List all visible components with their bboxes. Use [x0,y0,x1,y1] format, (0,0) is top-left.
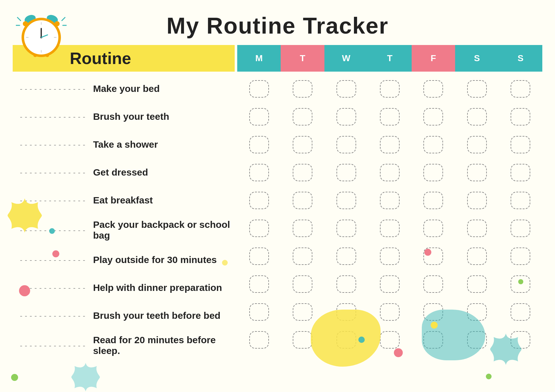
checkbox-cell[interactable] [368,329,411,351]
checkbox-cell[interactable] [281,273,324,295]
checkbox-box[interactable] [249,247,269,265]
checkbox-cell[interactable] [324,273,368,295]
checkbox-box[interactable] [511,192,530,209]
checkbox-cell[interactable] [412,245,455,267]
checkbox-box[interactable] [336,303,356,321]
checkbox-cell[interactable] [368,189,411,212]
checkbox-cell[interactable] [281,189,324,212]
checkbox-box[interactable] [380,108,400,125]
checkbox-box[interactable] [293,303,312,321]
checkbox-box[interactable] [511,247,530,265]
checkbox-cell[interactable] [412,133,455,156]
checkbox-cell[interactable] [455,301,499,323]
checkbox-cell[interactable] [499,273,542,295]
checkbox-box[interactable] [511,164,530,181]
checkbox-cell[interactable] [455,217,499,240]
checkbox-box[interactable] [380,136,400,153]
checkbox-box[interactable] [249,303,269,321]
checkbox-cell[interactable] [281,133,324,156]
checkbox-cell[interactable] [324,245,368,267]
checkbox-cell[interactable] [455,78,499,100]
checkbox-box[interactable] [467,136,487,153]
checkbox-box[interactable] [293,220,312,237]
checkbox-box[interactable] [336,136,356,153]
checkbox-cell[interactable] [281,78,324,100]
checkbox-box[interactable] [511,108,530,125]
checkbox-box[interactable] [467,303,487,321]
checkbox-box[interactable] [511,303,530,321]
checkbox-cell[interactable] [412,189,455,212]
checkbox-box[interactable] [336,275,356,293]
checkbox-cell[interactable] [237,106,281,128]
checkbox-cell[interactable] [412,106,455,128]
checkbox-cell[interactable] [412,217,455,240]
checkbox-cell[interactable] [324,106,368,128]
checkbox-box[interactable] [467,164,487,181]
checkbox-cell[interactable] [412,301,455,323]
checkbox-cell[interactable] [499,78,542,100]
checkbox-box[interactable] [423,275,443,293]
checkbox-cell[interactable] [281,106,324,128]
checkbox-cell[interactable] [237,161,281,184]
checkbox-box[interactable] [249,80,269,98]
checkbox-cell[interactable] [281,329,324,351]
checkbox-cell[interactable] [281,301,324,323]
checkbox-box[interactable] [423,80,443,98]
checkbox-box[interactable] [380,303,400,321]
checkbox-box[interactable] [380,80,400,98]
checkbox-cell[interactable] [324,78,368,100]
checkbox-box[interactable] [467,331,487,349]
checkbox-cell[interactable] [455,329,499,351]
checkbox-cell[interactable] [237,329,281,351]
checkbox-box[interactable] [423,303,443,321]
checkbox-box[interactable] [380,247,400,265]
checkbox-cell[interactable] [368,106,411,128]
checkbox-cell[interactable] [455,245,499,267]
checkbox-cell[interactable] [237,189,281,212]
checkbox-box[interactable] [249,136,269,153]
checkbox-box[interactable] [336,247,356,265]
checkbox-box[interactable] [293,108,312,125]
checkbox-cell[interactable] [499,189,542,212]
checkbox-cell[interactable] [499,133,542,156]
checkbox-cell[interactable] [368,217,411,240]
checkbox-cell[interactable] [499,301,542,323]
checkbox-box[interactable] [249,192,269,209]
checkbox-cell[interactable] [499,161,542,184]
checkbox-cell[interactable] [237,273,281,295]
checkbox-cell[interactable] [412,273,455,295]
checkbox-cell[interactable] [499,217,542,240]
checkbox-cell[interactable] [237,78,281,100]
checkbox-cell[interactable] [455,273,499,295]
checkbox-box[interactable] [293,136,312,153]
checkbox-box[interactable] [423,192,443,209]
checkbox-cell[interactable] [455,133,499,156]
checkbox-cell[interactable] [237,217,281,240]
checkbox-cell[interactable] [324,133,368,156]
checkbox-box[interactable] [336,220,356,237]
checkbox-cell[interactable] [455,161,499,184]
checkbox-box[interactable] [423,220,443,237]
checkbox-box[interactable] [249,331,269,349]
checkbox-cell[interactable] [368,78,411,100]
checkbox-box[interactable] [511,220,530,237]
checkbox-box[interactable] [336,80,356,98]
checkbox-box[interactable] [293,80,312,98]
checkbox-box[interactable] [336,192,356,209]
checkbox-cell[interactable] [281,245,324,267]
checkbox-box[interactable] [336,331,356,349]
checkbox-cell[interactable] [324,217,368,240]
checkbox-box[interactable] [336,164,356,181]
checkbox-box[interactable] [423,164,443,181]
checkbox-box[interactable] [467,192,487,209]
checkbox-box[interactable] [467,247,487,265]
checkbox-cell[interactable] [237,245,281,267]
checkbox-box[interactable] [336,108,356,125]
checkbox-box[interactable] [423,247,443,265]
checkbox-cell[interactable] [455,189,499,212]
checkbox-cell[interactable] [499,329,542,351]
checkbox-box[interactable] [511,80,530,98]
checkbox-cell[interactable] [281,161,324,184]
checkbox-box[interactable] [293,192,312,209]
checkbox-box[interactable] [293,275,312,293]
